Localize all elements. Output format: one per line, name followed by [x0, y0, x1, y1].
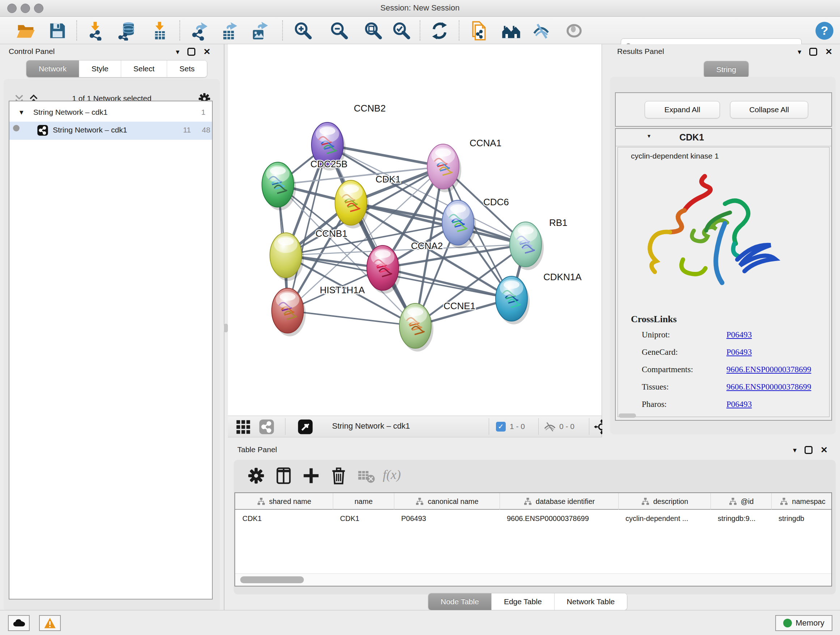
node-label-RB1: RB1: [549, 217, 568, 228]
crosslink-link[interactable]: P06493: [726, 330, 752, 340]
network-view-toolbar: String Network – cdk1 ✓ 1 - 0 0 - 0: [228, 416, 602, 437]
tab-node-table[interactable]: Node Table: [428, 593, 491, 610]
expand-all-button[interactable]: Expand All: [645, 101, 720, 119]
node-label-CDC25B: CDC25B: [310, 158, 347, 169]
column-header-shared-name[interactable]: shared name: [235, 493, 333, 510]
node-CDK1[interactable]: CDK1: [335, 174, 401, 228]
node-label-CCNE1: CCNE1: [444, 301, 475, 311]
network-share-icon[interactable]: [259, 419, 275, 435]
tab-sets[interactable]: Sets: [167, 60, 207, 77]
tree-expand-icon[interactable]: ▾: [19, 108, 24, 117]
table-settings-gear-icon[interactable]: [247, 466, 265, 485]
collapse-all-button[interactable]: Collapse All: [730, 101, 808, 119]
open-session-icon[interactable]: [16, 21, 35, 41]
function-builder-icon[interactable]: f(x): [383, 467, 415, 486]
import-table-icon[interactable]: [150, 21, 169, 41]
cloud-icon: [13, 618, 25, 628]
crosslink-link[interactable]: 9606.ENSP00000378699: [726, 382, 812, 392]
node-CDC6[interactable]: CDC6: [442, 196, 509, 249]
export-table-icon[interactable]: [219, 21, 239, 41]
tab-select[interactable]: Select: [121, 60, 167, 77]
crosslink-link[interactable]: P06493: [726, 400, 752, 409]
delete-table-icon[interactable]: [357, 466, 376, 485]
warning-button[interactable]: [39, 615, 61, 631]
crosslink-link[interactable]: P06493: [726, 348, 752, 357]
network-name: String Network – cdk1: [53, 126, 127, 134]
export-network-icon[interactable]: [189, 21, 209, 41]
column-header-description[interactable]: description: [618, 493, 711, 510]
table-cell[interactable]: CDK1: [235, 510, 333, 526]
network-collection-row[interactable]: ▾ String Network – cdk1 1: [9, 105, 212, 122]
zoom-in-icon[interactable]: [293, 21, 313, 41]
results-scrollbar-thumb[interactable]: [619, 413, 636, 418]
float-table-icon[interactable]: [805, 446, 813, 454]
table-hscrollbar-thumb[interactable]: [240, 576, 304, 583]
node-table[interactable]: shared namenamecanonical namedatabase id…: [234, 492, 832, 586]
node-RB1[interactable]: RB1: [510, 217, 568, 270]
node-label-CCNB2: CCNB2: [354, 103, 386, 114]
close-results-icon[interactable]: ✕: [825, 47, 832, 57]
tab-edge-table[interactable]: Edge Table: [491, 593, 554, 610]
help-icon[interactable]: ?: [815, 21, 834, 41]
zoom-out-icon[interactable]: [329, 21, 349, 41]
column-header-name[interactable]: name: [333, 493, 394, 510]
section-title: CDK1: [679, 132, 704, 143]
collapse-table-icon[interactable]: ▾: [793, 446, 797, 454]
collapse-results-icon[interactable]: ▾: [798, 48, 801, 56]
network-row-selected[interactable]: String Network – cdk1 11 48: [9, 122, 212, 140]
export-image-icon[interactable]: [249, 21, 269, 41]
open-in-window-icon[interactable]: [297, 419, 313, 435]
section-collapse-icon[interactable]: ▾: [647, 133, 651, 139]
table-cell[interactable]: stringdb:9...: [711, 510, 771, 526]
node-CCNE1[interactable]: CCNE1: [399, 301, 475, 352]
zoom-selected-icon[interactable]: [392, 21, 411, 41]
share-file-icon[interactable]: [470, 21, 489, 41]
column-header-namespac[interactable]: namespac: [771, 493, 832, 510]
node-CCNA1[interactable]: CCNA1: [427, 138, 501, 192]
add-column-icon[interactable]: [302, 466, 321, 485]
delete-column-icon[interactable]: [329, 466, 348, 485]
column-header-canonical-name[interactable]: canonical name: [394, 493, 500, 510]
save-session-icon[interactable]: [48, 21, 67, 41]
table-cell[interactable]: stringdb: [771, 510, 832, 526]
close-panel-icon[interactable]: ✕: [203, 47, 210, 57]
zoom-fit-icon[interactable]: [363, 21, 383, 41]
crosslink-label: GeneCard:: [642, 348, 678, 357]
show-all-icon[interactable]: [564, 21, 584, 41]
tab-network[interactable]: Network: [27, 60, 79, 77]
edge-HIST1H1A-CCNE1[interactable]: [287, 310, 415, 326]
crosslink-row: Pharos:P06493: [618, 400, 829, 414]
network-view-canvas[interactable]: CCNB2CCNA1CDC25BCDK1CDC6RB1CCNB1CCNA2CDK…: [228, 44, 602, 416]
hide-selected-icon[interactable]: [532, 21, 551, 41]
cloud-button[interactable]: [8, 615, 30, 631]
import-network-icon[interactable]: [85, 21, 105, 41]
memory-button[interactable]: Memory: [775, 615, 832, 631]
refresh-icon[interactable]: [430, 21, 449, 41]
table-cell[interactable]: cyclin-dependent ...: [618, 510, 711, 526]
table-cell[interactable]: 9606.ENSP00000378699: [500, 510, 618, 526]
table-hscrollbar[interactable]: [235, 573, 831, 586]
selected-checkbox-icon[interactable]: ✓: [496, 422, 506, 432]
tab-style[interactable]: Style: [79, 60, 121, 77]
node-CDKN1A[interactable]: CDKN1A: [496, 272, 582, 325]
column-header-database-identifier[interactable]: database identifier: [500, 493, 618, 510]
close-table-icon[interactable]: ✕: [821, 445, 828, 455]
column-header-@id[interactable]: @id: [711, 493, 771, 510]
home-icon[interactable]: [501, 21, 521, 41]
collapse-panel-icon[interactable]: ▾: [176, 48, 180, 56]
show-columns-icon[interactable]: [274, 466, 293, 485]
left-splitter-handle[interactable]: [224, 324, 228, 333]
crosslink-link[interactable]: 9606.ENSP00000378699: [726, 365, 812, 374]
table-cell[interactable]: P06493: [394, 510, 500, 526]
node-section-header[interactable]: ▾ CDK1: [616, 129, 831, 146]
tab-string[interactable]: String: [704, 61, 748, 78]
table-cell[interactable]: CDK1: [333, 510, 394, 526]
tab-network-table[interactable]: Network Table: [554, 593, 627, 610]
title-bar: Session: New Session: [0, 0, 840, 17]
table-row[interactable]: CDK1CDK1P064939606.ENSP00000378699cyclin…: [235, 510, 832, 526]
birdseye-grid-icon[interactable]: [235, 419, 251, 435]
float-results-icon[interactable]: [809, 48, 817, 56]
node-HIST1H1A[interactable]: HIST1H1A: [272, 285, 365, 336]
float-panel-icon[interactable]: [187, 48, 195, 56]
import-database-icon[interactable]: [118, 21, 137, 41]
